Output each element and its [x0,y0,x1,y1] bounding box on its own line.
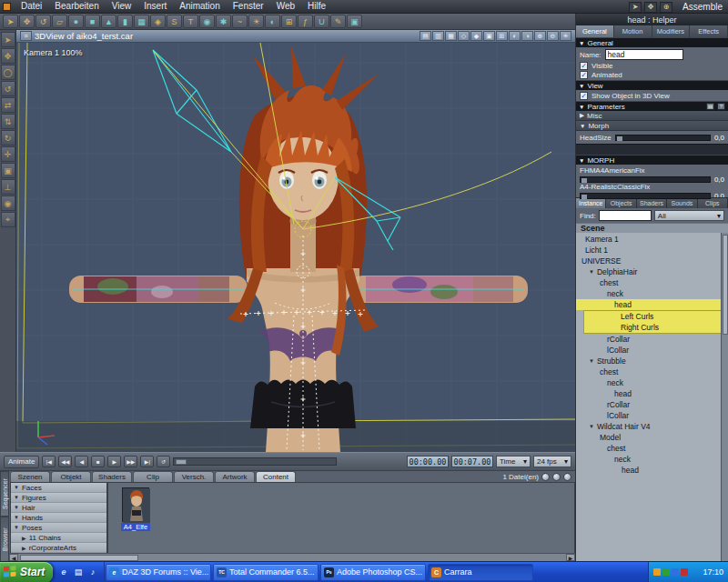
tab-szenen[interactable]: Szenen [10,471,50,482]
tab-effects[interactable]: Effects [690,25,728,37]
eye-tool-icon[interactable]: ◉ [1,196,15,211]
quad-view-icon[interactable]: ▦ [445,31,457,41]
tab-sequencer[interactable]: Sequencer [0,471,9,517]
viewport-menu-icon[interactable]: ≡ [20,31,32,41]
menu-bearbeiten[interactable]: Bearbeiten [48,0,105,14]
morph-slider[interactable] [580,193,711,199]
taskbar-clock[interactable]: 17:10 [703,567,723,577]
tray-update-icon[interactable] [653,568,661,576]
time-mode-dropdown[interactable]: Time ▾ [496,456,531,467]
pan-tool-icon[interactable]: ⇄ [1,97,15,113]
tab-clips[interactable]: Clips [698,198,728,208]
folder-hands[interactable]: ▼Hands [11,513,106,523]
media-player-icon[interactable]: ♪ [86,566,99,578]
tree-item-strubble[interactable]: ▼Strubble [576,356,728,366]
menu-fenster[interactable]: Fenster [227,0,270,14]
tree-item-lcollar[interactable]: lCollar [576,410,728,421]
browser-hscrollbar[interactable]: ◀ ▶ [9,553,575,561]
menu-datei[interactable]: Datei [15,0,48,14]
hand-tool-icon[interactable]: ✥ [1,48,15,64]
tree-item-wildcat-hair[interactable]: ▼Wildcat Hair V4 [576,421,728,432]
axis-tool-icon[interactable]: ⊥ [1,179,15,195]
folder-faces[interactable]: ▼Faces [11,483,106,493]
stop-button[interactable]: ■ [91,456,105,467]
folder-figures[interactable]: ▼Figures [11,493,106,503]
orbit-tool-icon[interactable]: ↺ [1,81,15,96]
play-button[interactable]: ▶ [107,456,121,467]
collapse-icon[interactable]: ▼ [589,269,594,275]
go-end-button[interactable]: ▶| [140,456,154,467]
fast-backward-button[interactable]: ◀◀ [58,456,72,467]
tray-antivirus-icon[interactable] [662,568,670,576]
tree-item-rcollar[interactable]: rCollar [576,334,728,345]
tree-item-neck[interactable]: neck [576,377,728,388]
section-parameters[interactable]: ▼ Parameters ▤ ? [576,101,728,111]
tree-item-head[interactable]: head [576,388,728,399]
tab-artwork[interactable]: Artwork [215,471,255,482]
animate-button[interactable]: Animate [4,456,39,468]
tree-scrollbar[interactable] [721,233,728,561]
hair-object-icon[interactable]: ~ [232,15,248,28]
tab-sounds[interactable]: Sounds [667,198,697,208]
vertex-object-icon[interactable]: ◈ [150,15,166,28]
light-view-icon[interactable]: ◑ [521,31,533,41]
content-item[interactable]: A4_Elfe [121,487,150,531]
scroll-right-arrow-icon[interactable]: ▶ [566,554,575,561]
tab-clip[interactable]: Clip [133,471,173,482]
find-filter-dropdown[interactable]: All ▾ [654,210,724,221]
cylinder-primitive-icon[interactable]: ▮ [117,15,133,28]
visible-checkbox[interactable]: ✓ [580,62,588,70]
zoom-in-icon[interactable]: ⊕ [534,31,546,41]
tree-item-head[interactable]: head [576,465,728,476]
camera-icon[interactable]: ◐ [265,15,280,28]
ie-quicklaunch-icon[interactable]: e [57,566,70,578]
dolly-tool-icon[interactable]: ⇅ [1,114,15,129]
bank-tool-icon[interactable]: ↻ [1,130,15,146]
headsize-slider[interactable] [615,135,711,141]
folder-hair[interactable]: ▼Hair [11,503,106,513]
taskbar-window-total-commander[interactable]: TC Total Commander 6.5... [213,564,318,581]
fast-forward-button[interactable]: ▶▶ [124,456,137,467]
tab-objects[interactable]: Objects [606,198,636,208]
render-icon[interactable]: ▣ [347,15,362,28]
tab-modifiers[interactable]: Modifiers [652,25,691,37]
tree-item-chest[interactable]: chest [576,277,728,288]
tray-volume-icon[interactable] [681,568,688,576]
end-time-field[interactable]: 00:07.00 [451,456,493,467]
find-input[interactable] [599,210,652,221]
tree-item-kamera1[interactable]: Kamera 1 [576,234,728,245]
misc-group[interactable]: ▶ Misc [576,111,728,121]
shaded-mode-icon[interactable]: ◆ [470,31,482,41]
tree-item-lcollar[interactable]: lCollar [576,345,728,356]
scale-tool-icon[interactable]: ▱ [52,15,67,28]
tree-item-delphiahair[interactable]: ▼DelphiaHair [576,266,728,277]
play-backward-button[interactable]: ◀ [75,456,88,467]
content-item-label[interactable]: A4_Elfe [121,523,150,531]
menu-insert[interactable]: Insert [137,0,173,14]
pointer-mode-icon[interactable]: ➤ [629,2,642,13]
select-tool-icon[interactable]: ➤ [3,15,18,28]
move-tool-icon[interactable]: ✥ [19,15,35,28]
wireframe-mode-icon[interactable]: ◇ [458,31,470,41]
taskbar-window-daz-forums[interactable]: e DAZ 3D Forums :: Vie... [106,564,211,581]
zoom-out-icon[interactable]: ⊖ [547,31,559,41]
tree-item-universe[interactable]: UNIVERSE [576,256,728,266]
paint-icon[interactable]: ✎ [330,15,346,28]
content-thumbnails-area[interactable]: A4_Elfe [107,482,575,554]
name-input[interactable] [605,49,683,60]
camera-view-icon[interactable]: ◐ [509,31,521,41]
collapse-icon[interactable]: ▼ [589,424,594,429]
start-button[interactable]: Start [0,562,53,582]
content-item-thumbnail[interactable] [122,487,149,522]
tab-content[interactable]: Content [256,471,296,482]
large-thumbnails-button[interactable]: ● [563,473,571,481]
split-view-icon[interactable]: ▥ [432,31,444,41]
text-object-icon[interactable]: T [183,15,198,28]
scrubber-thumb[interactable] [176,459,187,465]
single-view-icon[interactable]: ▤ [420,31,431,41]
morph-slider[interactable] [580,176,711,183]
viewport-3d[interactable] [16,43,575,452]
tab-motion[interactable]: Motion [614,25,652,37]
sphere-primitive-icon[interactable]: ● [68,15,84,28]
tab-versch[interactable]: Versch. [174,471,214,482]
